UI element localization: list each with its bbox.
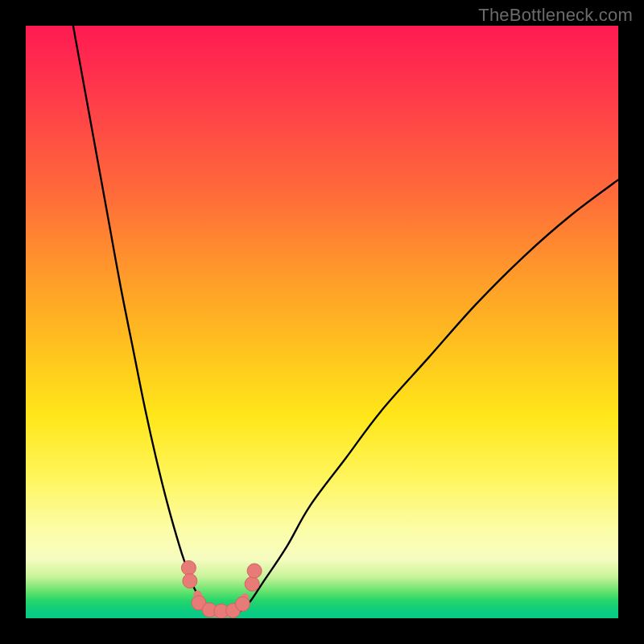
data-marker [247,564,262,578]
plot-area [26,26,618,618]
curve-left-branch [73,26,209,613]
chart-svg [26,26,618,618]
watermark-text: TheBottleneck.com [478,5,633,26]
curve-right-branch [239,180,618,612]
data-marker [181,560,196,575]
data-marker [245,576,259,591]
data-marker [183,574,197,588]
data-marker [235,597,250,611]
outer-frame: TheBottleneck.com [0,0,644,644]
